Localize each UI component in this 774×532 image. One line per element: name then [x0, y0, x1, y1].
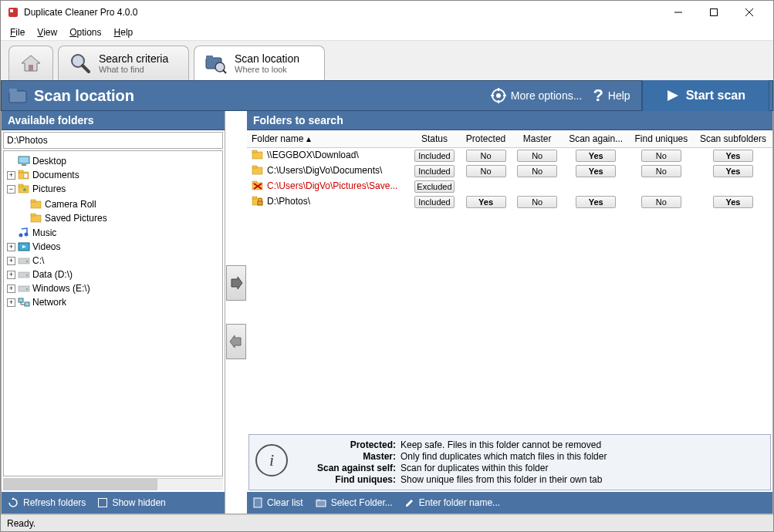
tree-documents[interactable]: Documents — [32, 170, 79, 180]
play-icon — [666, 89, 680, 103]
tree-d[interactable]: Data (D:\) — [32, 269, 73, 280]
tree-c[interactable]: C:\ — [32, 255, 44, 266]
remove-folder-button[interactable] — [226, 324, 246, 359]
tab-scan-location[interactable]: Scan location Where to look — [194, 45, 325, 80]
cell-toggle[interactable]: No — [517, 150, 557, 162]
col-subfolders[interactable]: Scan subfolders — [694, 130, 772, 148]
refresh-icon — [8, 497, 19, 508]
folder-name-text: C:\Users\DigVo\Pictures\Save... — [267, 180, 397, 191]
enter-folder-name-button[interactable]: Enter folder name... — [405, 497, 500, 508]
collapse-button[interactable]: − — [7, 185, 15, 194]
menu-help[interactable]: Help — [114, 27, 134, 38]
menu-view[interactable]: View — [37, 27, 57, 38]
expand-button[interactable]: + — [7, 257, 15, 265]
col-master[interactable]: Master — [512, 130, 563, 148]
svg-rect-1 — [10, 9, 13, 12]
menubar: File View Options Help — [1, 24, 773, 41]
cell-toggle[interactable]: No — [466, 165, 506, 177]
col-status[interactable]: Status — [409, 130, 461, 148]
table-row[interactable]: D:\Photos\IncludedYesNoYesNoYes — [247, 194, 772, 210]
cell-toggle[interactable]: Included — [414, 165, 455, 177]
table-row[interactable]: \\EGGBOX\Download\IncludedNoNoYesNoYes — [247, 148, 772, 164]
tab-home[interactable] — [8, 45, 53, 80]
folder-tree[interactable]: Desktop +Documents −Pictures Camera Roll… — [3, 150, 223, 476]
close-button[interactable] — [732, 1, 767, 24]
menu-file[interactable]: File — [10, 27, 25, 38]
expand-button[interactable]: + — [7, 271, 15, 279]
start-scan-button[interactable]: Start scan — [641, 80, 769, 111]
folders-to-search-header: Folders to search — [247, 111, 772, 130]
refresh-folders-button[interactable]: Refresh folders — [8, 497, 86, 508]
svg-rect-48 — [252, 167, 262, 174]
cell-toggle[interactable]: Included — [414, 150, 455, 162]
add-folder-button[interactable] — [226, 265, 246, 301]
horizontal-scrollbar[interactable] — [3, 478, 223, 490]
checkbox-icon — [98, 498, 107, 507]
expand-button[interactable]: + — [7, 285, 15, 293]
pictures-icon — [18, 183, 30, 195]
cell-toggle[interactable]: Yes — [576, 165, 616, 177]
table-row[interactable]: C:\Users\DigVo\Pictures\Save...Excluded — [247, 179, 772, 194]
more-options-button[interactable]: More options... — [491, 88, 583, 103]
svg-rect-25 — [24, 173, 28, 178]
cell-toggle[interactable]: No — [641, 150, 681, 162]
table-row[interactable]: C:\Users\DigVo\Documents\IncludedNoNoYes… — [247, 163, 772, 179]
expand-button[interactable]: + — [7, 243, 15, 251]
locked-folder-icon — [252, 196, 264, 207]
svg-rect-38 — [19, 272, 29, 278]
tree-desktop[interactable]: Desktop — [32, 156, 66, 167]
col-scan-self[interactable]: Scan again... — [563, 130, 628, 148]
svg-rect-46 — [252, 152, 262, 159]
svg-rect-59 — [316, 499, 320, 501]
cell-toggle[interactable]: Yes — [713, 196, 753, 208]
tree-videos[interactable]: Videos — [32, 241, 60, 252]
cell-toggle[interactable]: Excluded — [414, 180, 455, 193]
svg-line-12 — [223, 70, 226, 73]
sort-asc-icon: ▴ — [306, 133, 311, 144]
cell-toggle[interactable]: Yes — [466, 196, 506, 208]
svg-rect-55 — [252, 197, 257, 199]
cell-toggle[interactable]: Yes — [576, 196, 616, 208]
cell-toggle[interactable]: Included — [414, 196, 455, 208]
maximize-button[interactable] — [696, 1, 732, 24]
cell-toggle[interactable]: No — [641, 165, 681, 177]
app-icon — [7, 6, 19, 19]
expand-button[interactable]: + — [7, 171, 15, 180]
col-folder-name[interactable]: Folder name ▴ — [247, 130, 409, 148]
show-hidden-toggle[interactable]: Show hidden — [98, 497, 165, 508]
monitor-icon — [18, 155, 30, 167]
cell-toggle[interactable]: Yes — [713, 150, 753, 162]
svg-rect-27 — [19, 184, 23, 187]
cell-toggle[interactable]: Yes — [576, 150, 616, 162]
clear-list-button[interactable]: Clear list — [253, 497, 303, 508]
tree-saved-pictures[interactable]: Saved Pictures — [45, 213, 107, 224]
expand-button[interactable]: + — [7, 298, 15, 307]
tree-music[interactable]: Music — [32, 227, 56, 238]
menu-options[interactable]: Options — [69, 27, 101, 38]
tree-camera-roll[interactable]: Camera Roll — [45, 199, 96, 210]
info-icon: i — [255, 444, 288, 476]
cell-toggle[interactable]: No — [466, 150, 506, 162]
cell-toggle[interactable]: No — [641, 196, 681, 208]
svg-rect-57 — [254, 498, 262, 507]
col-find-uniques[interactable]: Find uniques — [629, 130, 694, 148]
folder-icon — [30, 198, 42, 210]
drive-icon — [18, 268, 30, 281]
select-folder-label: Select Folder... — [331, 497, 393, 508]
cell-toggle[interactable]: No — [517, 165, 557, 177]
tab-search-criteria[interactable]: Search criteria What to find — [58, 45, 189, 80]
window-title: Duplicate Cleaner Pro 4.0.0 — [24, 7, 137, 18]
help-button[interactable]: ? Help — [593, 86, 630, 106]
minimize-button[interactable] — [661, 1, 696, 24]
svg-rect-22 — [22, 164, 26, 166]
clear-list-label: Clear list — [267, 497, 303, 508]
cell-toggle[interactable]: No — [517, 196, 557, 208]
path-input[interactable]: D:\Photos — [3, 132, 223, 149]
col-protected[interactable]: Protected — [460, 130, 512, 148]
cell-toggle[interactable]: Yes — [713, 165, 753, 177]
svg-point-33 — [19, 234, 23, 237]
tree-network[interactable]: Network — [32, 297, 66, 308]
tree-pictures[interactable]: Pictures — [32, 184, 66, 194]
tree-e[interactable]: Windows (E:\) — [32, 283, 90, 294]
select-folder-button[interactable]: Select Folder... — [316, 497, 393, 508]
